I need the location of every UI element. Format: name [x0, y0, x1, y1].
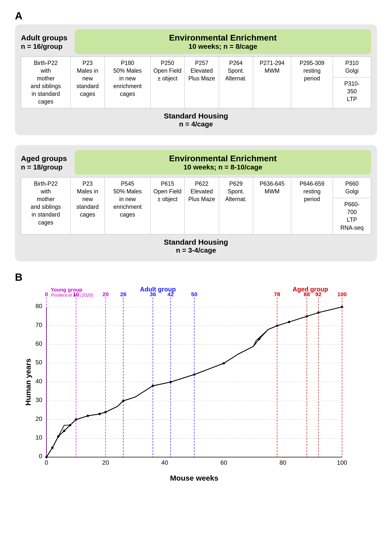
- adult-sh-n: n = 4/cage: [21, 120, 371, 128]
- aged-cell-8-top: P660Golgi: [333, 177, 371, 198]
- dot-4: [69, 424, 71, 426]
- chart-adult-group-label: Adult group: [140, 286, 176, 293]
- adult-group-n: n = 16/group: [21, 43, 71, 51]
- aged-cell-8: P660Golgi P660-700LTPRNA-seq: [333, 177, 371, 234]
- aged-header-row: Aged groups n = 18/group Environmental E…: [21, 150, 371, 175]
- aged-group-label-box: Aged groups n = 18/group: [21, 150, 71, 175]
- chart-svg: 0 10 20 30 40 50 60 70 80 0 20 40 60 80 …: [15, 288, 377, 492]
- aged-cell-5: P629Spont.Alternat.: [219, 177, 253, 234]
- aged-marker-100: 100: [337, 291, 347, 297]
- aged-sh-n: n = 3-4/cage: [21, 246, 371, 254]
- adult-timeline-table: Birth-P22withmotherand siblingsin standa…: [21, 56, 371, 108]
- svg-text:100: 100: [337, 459, 347, 466]
- svg-text:60: 60: [35, 340, 42, 347]
- adult-group-label-box: Adult groups n = 16/group: [21, 29, 71, 54]
- adult-std-housing: Standard Housing n = 4/cage: [21, 112, 371, 128]
- adult-cell-7: P295-309restingperiod: [291, 57, 333, 108]
- aged-ee-box: Environmental Enrichment 10 weeks; n = 8…: [75, 150, 371, 175]
- dot-14: [258, 337, 260, 340]
- svg-text:0: 0: [39, 453, 42, 459]
- adult-cell-5: P264Spont.Alternat.: [219, 57, 253, 108]
- svg-text:Human years: Human years: [24, 358, 32, 405]
- young-marker-0: 0: [45, 291, 48, 297]
- adult-cell-8-bottom: P310-350LTP: [333, 77, 371, 106]
- svg-text:80: 80: [280, 459, 286, 466]
- chart-aged-group-label: Aged group: [293, 286, 328, 293]
- adult-ee-box: Environmental Enrichment 10 weeks; n = 8…: [75, 29, 371, 54]
- svg-text:60: 60: [221, 459, 227, 466]
- adult-header-row: Adult groups n = 16/group Environmental …: [21, 29, 371, 54]
- svg-text:0: 0: [45, 459, 48, 466]
- growth-curve: [47, 326, 277, 457]
- svg-text:80: 80: [35, 303, 42, 309]
- section-a-label: A: [15, 10, 377, 22]
- aged-ee-subtitle: 10 weeks; n = 8-10/cage: [183, 163, 262, 171]
- aged-group-n: n = 18/group: [21, 163, 71, 171]
- svg-text:40: 40: [35, 378, 42, 384]
- adult-cell-6: P271-294MWM: [253, 57, 291, 108]
- aged-cell-6: P636-645MWM: [253, 177, 291, 234]
- aged-sh-title: Standard Housing: [21, 238, 371, 246]
- svg-text:50: 50: [35, 359, 42, 366]
- dot-1: [51, 447, 54, 449]
- aged-cell-3: P615Open Field± object: [150, 177, 185, 234]
- aged-panel: Aged groups n = 18/group Environmental E…: [15, 145, 377, 261]
- adult-group-title: Adult groups: [21, 33, 71, 43]
- aged-cell-2: P54550% Malesin newenrichmentcages: [105, 177, 150, 234]
- adult-marker-26: 26: [120, 291, 126, 297]
- svg-text:40: 40: [161, 459, 168, 466]
- svg-text:10: 10: [35, 434, 42, 441]
- aged-cell-8-bottom: P660-700LTPRNA-seq: [333, 198, 371, 234]
- dot-7: [99, 413, 101, 415]
- section-b-label: B: [15, 271, 377, 283]
- aged-group-title: Aged groups: [21, 154, 71, 163]
- adult-cell-3: P250Open Field± object: [150, 57, 185, 108]
- aged-timeline-table: Birth-P22withmotherand siblingsin standa…: [21, 177, 371, 234]
- svg-text:70: 70: [35, 321, 42, 328]
- dot-3: [63, 430, 65, 432]
- aged-cell-1: P23Males innewstandardcages: [70, 177, 105, 234]
- svg-text:Mouse weeks: Mouse weeks: [170, 474, 218, 482]
- svg-text:30: 30: [35, 396, 42, 403]
- aged-cell-4: P622ElevatedPlus Maze: [185, 177, 219, 234]
- adult-cell-4: P257ElevatedPlus Maze: [185, 57, 219, 108]
- adult-sh-title: Standard Housing: [21, 112, 371, 120]
- young-group-ref: Privitera et al., (2020): [51, 292, 93, 297]
- dot-16: [288, 321, 290, 323]
- chart-container: 0 10 20 30 40 50 60 70 80 0 20 40 60 80 …: [15, 288, 377, 492]
- adult-cell-8-top: P310Golgi: [333, 57, 371, 77]
- adult-panel: Adult groups n = 16/group Environmental …: [15, 24, 377, 135]
- adult-cell-1: P23Males innewstandardcages: [70, 57, 105, 108]
- aged-std-housing: Standard Housing n = 3-4/cage: [21, 238, 371, 254]
- adult-ee-subtitle: 10 weeks; n = 8/cage: [188, 43, 257, 51]
- svg-text:20: 20: [35, 415, 42, 422]
- dot-13: [223, 362, 225, 364]
- young-marker-20: 20: [103, 291, 109, 297]
- dot-2: [57, 435, 59, 438]
- adult-cell-8: P310Golgi P310-350LTP: [333, 57, 371, 108]
- adult-cell-0: Birth-P22withmotherand siblingsin standa…: [21, 57, 71, 108]
- aged-cell-7: P646-659restingperiod: [291, 177, 333, 234]
- aged-cell-0: Birth-P22withmotherand siblingsin standa…: [21, 177, 71, 234]
- aged-marker-78: 78: [274, 291, 280, 297]
- adult-ee-title: Environmental Enrichment: [169, 33, 277, 43]
- svg-text:20: 20: [102, 459, 109, 466]
- dot-6: [87, 415, 89, 417]
- young-group-label: Young group: [51, 287, 82, 292]
- adult-cell-2: P18050% Malesin newenrichmentcages: [105, 57, 150, 108]
- adult-marker-50: 50: [191, 291, 197, 297]
- aged-ee-title: Environmental Enrichment: [169, 154, 277, 163]
